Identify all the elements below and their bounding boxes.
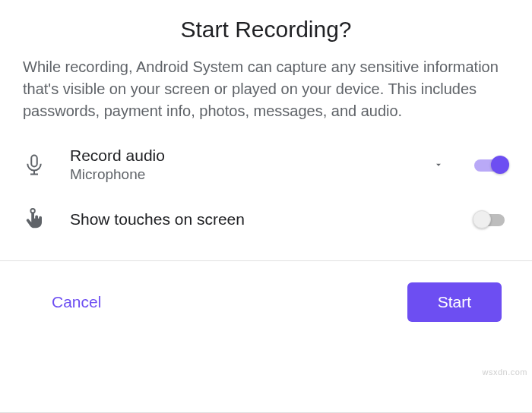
watermark: wsxdn.com <box>482 367 527 377</box>
record-audio-toggle[interactable] <box>473 154 509 175</box>
microphone-icon <box>23 153 70 176</box>
option-title: Record audio <box>70 145 423 166</box>
svg-point-3 <box>30 209 35 213</box>
start-button[interactable]: Start <box>407 282 502 322</box>
show-touches-toggle[interactable] <box>473 209 509 230</box>
option-record-audio[interactable]: Record audio Microphone <box>23 137 509 192</box>
recording-dialog: Start Recording? While recording, Androi… <box>0 0 532 343</box>
chevron-down-icon[interactable] <box>423 159 454 170</box>
dialog-actions: Cancel Start <box>0 261 532 343</box>
option-show-touches[interactable]: Show touches on screen <box>23 192 509 247</box>
option-text: Show touches on screen <box>70 209 473 229</box>
option-title: Show touches on screen <box>70 209 473 229</box>
dialog-title: Start Recording? <box>0 0 532 56</box>
option-text: Record audio Microphone <box>70 145 423 184</box>
touch-icon <box>23 208 70 231</box>
dialog-description: While recording, Android System can capt… <box>23 56 509 137</box>
dialog-body: While recording, Android System can capt… <box>0 56 532 247</box>
cancel-button[interactable]: Cancel <box>46 285 107 319</box>
svg-rect-0 <box>31 156 37 167</box>
option-subtitle: Microphone <box>70 166 423 184</box>
